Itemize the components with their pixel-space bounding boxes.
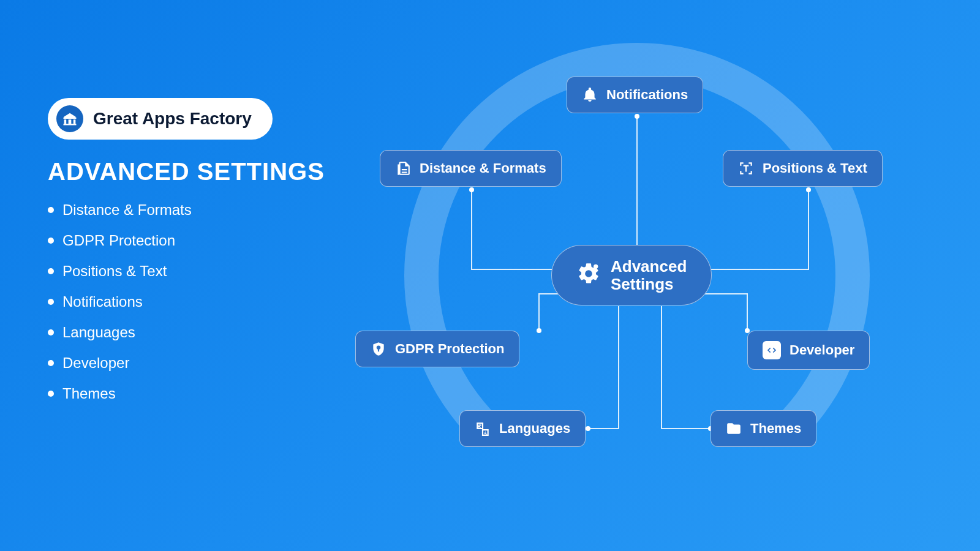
center-node-advanced-settings: Advanced Settings: [551, 245, 712, 305]
svg-rect-0: [64, 124, 77, 125]
center-node-label-2: Settings: [611, 276, 687, 293]
list-item: Notifications: [48, 293, 330, 310]
bullet-icon: [48, 391, 54, 397]
list-item: Languages: [48, 324, 330, 341]
node-label: Themes: [750, 421, 801, 437]
list-item: Distance & Formats: [48, 201, 330, 219]
node-label: Notifications: [606, 87, 688, 103]
list-item-label: Languages: [62, 324, 135, 341]
left-panel: Great Apps Factory ADVANCED SETTINGS Dis…: [48, 98, 330, 416]
left-title: ADVANCED SETTINGS: [48, 158, 330, 186]
gears-icon: [576, 261, 601, 290]
code-icon: [763, 341, 781, 359]
bullet-icon: [48, 329, 54, 335]
bell-icon: [582, 87, 598, 103]
shield-icon: [371, 341, 386, 357]
node-themes: Themes: [710, 410, 816, 447]
node-languages: Languages: [459, 410, 586, 447]
document-icon: [395, 160, 411, 176]
list-item: GDPR Protection: [48, 232, 330, 249]
node-label: Positions & Text: [763, 160, 867, 176]
bullet-icon: [48, 299, 54, 305]
node-notifications: Notifications: [567, 77, 703, 113]
settings-diagram: Advanced Settings Notifications Distance…: [343, 37, 943, 539]
brand-pill: Great Apps Factory: [48, 98, 273, 140]
bullet-icon: [48, 268, 54, 274]
list-item-label: GDPR Protection: [62, 232, 175, 249]
translate-icon: [475, 421, 491, 437]
bullet-icon: [48, 207, 54, 213]
folder-icon: [726, 421, 742, 437]
list-item: Positions & Text: [48, 263, 330, 280]
brand-logo-icon: [56, 105, 83, 132]
feature-list: Distance & Formats GDPR Protection Posit…: [48, 201, 330, 402]
list-item-label: Distance & Formats: [62, 201, 192, 219]
node-gdpr-protection: GDPR Protection: [355, 331, 519, 367]
node-developer: Developer: [747, 331, 870, 370]
svg-point-9: [594, 264, 598, 268]
list-item: Developer: [48, 354, 330, 372]
brand-name: Great Apps Factory: [93, 109, 252, 129]
bullet-icon: [48, 238, 54, 244]
node-label: Distance & Formats: [420, 160, 546, 176]
node-label: Developer: [790, 342, 854, 358]
node-positions-text: Positions & Text: [723, 150, 883, 187]
bullet-icon: [48, 360, 54, 366]
list-item-label: Themes: [62, 385, 116, 402]
node-distance-formats: Distance & Formats: [380, 150, 562, 187]
list-item-label: Notifications: [62, 293, 143, 310]
list-item-label: Positions & Text: [62, 263, 167, 280]
node-label: GDPR Protection: [395, 341, 504, 357]
list-item: Themes: [48, 385, 330, 402]
text-crop-icon: [738, 160, 754, 176]
list-item-label: Developer: [62, 354, 129, 372]
node-label: Languages: [499, 421, 570, 437]
center-node-label-1: Advanced: [611, 258, 687, 276]
